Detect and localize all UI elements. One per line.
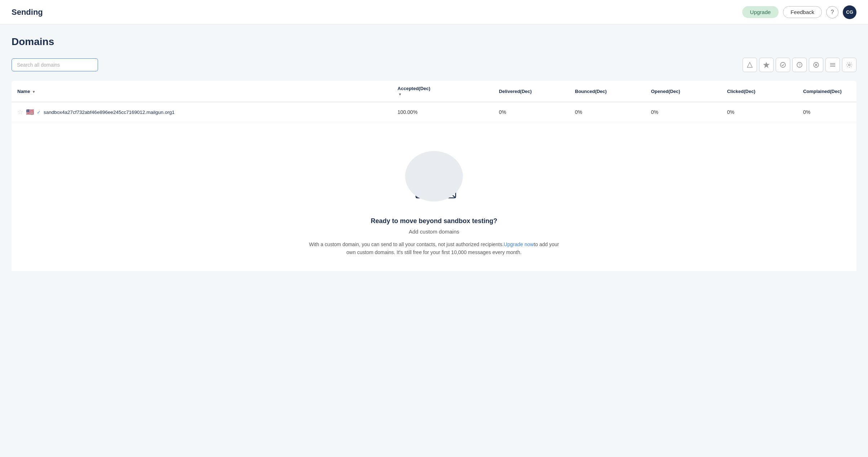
sort-arrow-accepted[interactable]: ▾ xyxy=(399,92,401,96)
filter-list-icon[interactable] xyxy=(825,58,840,72)
envelope-illustration xyxy=(398,144,470,209)
svg-marker-1 xyxy=(763,62,769,68)
filter-all-icon[interactable] xyxy=(743,58,757,72)
accepted-value: 100.00% xyxy=(392,102,493,122)
empty-state: Ready to move beyond sandbox testing? Ad… xyxy=(12,122,856,271)
svg-point-11 xyxy=(849,64,850,66)
svg-marker-0 xyxy=(747,62,752,67)
filter-verified-icon[interactable] xyxy=(776,58,790,72)
svg-text:?: ? xyxy=(798,63,801,67)
toolbar: ? xyxy=(12,58,856,72)
table-header-row: Name ▾ Accepted(Dec) ▾ Delivered(Dec) Bo… xyxy=(12,81,856,102)
verified-check-icon: ✓ xyxy=(37,110,41,115)
delivered-value: 0% xyxy=(493,102,569,122)
domain-name[interactable]: sandbox4a27cf732abf46e896ee245cc7169012.… xyxy=(44,110,174,115)
help-icon[interactable]: ? xyxy=(826,6,838,18)
search-input[interactable] xyxy=(12,58,98,71)
filter-help-icon[interactable]: ? xyxy=(792,58,807,72)
header: Sending Upgrade Feedback ? CG xyxy=(0,0,868,25)
avatar[interactable]: CG xyxy=(843,5,856,19)
table-row: ☆ 🇺🇸 ✓ sandbox4a27cf732abf46e896ee245cc7… xyxy=(12,102,856,122)
clicked-value: 0% xyxy=(721,102,797,122)
col-header-name: Name ▾ xyxy=(12,81,392,102)
col-header-bounced: Bounced(Dec) xyxy=(569,81,645,102)
domains-table: Name ▾ Accepted(Dec) ▾ Delivered(Dec) Bo… xyxy=(12,81,856,122)
bounced-value: 0% xyxy=(569,102,645,122)
domain-name-cell: ☆ 🇺🇸 ✓ sandbox4a27cf732abf46e896ee245cc7… xyxy=(12,102,392,122)
filter-icons: ? xyxy=(743,58,856,72)
empty-state-description: With a custom domain, you can send to al… xyxy=(308,240,560,257)
empty-state-subheading: Add custom domains xyxy=(409,228,459,235)
col-header-delivered: Delivered(Dec) xyxy=(493,81,569,102)
upgrade-button[interactable]: Upgrade xyxy=(742,6,779,18)
svg-point-2 xyxy=(780,62,785,67)
sort-arrow-name[interactable]: ▾ xyxy=(33,90,35,94)
feedback-button[interactable]: Feedback xyxy=(783,6,822,18)
col-header-complained: Complained(Dec) xyxy=(797,81,856,102)
filter-favorite-icon[interactable] xyxy=(759,58,774,72)
flag-icon: 🇺🇸 xyxy=(26,108,34,116)
complained-value: 0% xyxy=(797,102,856,122)
favorite-star-icon[interactable]: ☆ xyxy=(17,108,23,116)
col-header-opened: Opened(Dec) xyxy=(645,81,721,102)
empty-state-heading: Ready to move beyond sandbox testing? xyxy=(371,217,497,225)
app-title: Sending xyxy=(12,8,43,17)
main-content: Domains xyxy=(0,25,868,271)
opened-value: 0% xyxy=(645,102,721,122)
col-header-accepted: Accepted(Dec) ▾ xyxy=(392,81,493,102)
page-title: Domains xyxy=(12,36,856,48)
filter-clear-icon[interactable] xyxy=(809,58,823,72)
col-header-clicked: Clicked(Dec) xyxy=(721,81,797,102)
upgrade-now-link[interactable]: Upgrade now xyxy=(504,241,533,247)
header-actions: Upgrade Feedback ? CG xyxy=(742,5,856,19)
filter-settings-icon[interactable] xyxy=(842,58,856,72)
